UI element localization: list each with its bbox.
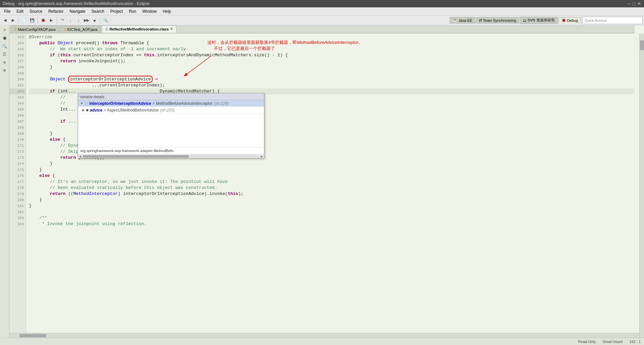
code-line-174: }: [29, 161, 635, 167]
toolbar-btn-step-return[interactable]: ↑: [75, 17, 82, 24]
menu-window[interactable]: Window: [140, 8, 159, 14]
gutter-169: 169: [9, 131, 26, 137]
toolbar-btn-resume[interactable]: ▶▶: [83, 17, 90, 24]
var-icon-1: ◇: [85, 101, 88, 106]
gutter-166: 166: [9, 113, 26, 119]
menu-help[interactable]: Help: [160, 8, 174, 14]
debug-popup-row-2[interactable]: ▶ ■ advice = AspectJMethodBeforeAdvice (…: [78, 107, 264, 114]
quick-access-input[interactable]: Quick Access: [582, 17, 643, 24]
perspective-team-sync[interactable]: ⇄ Team Synchronizing: [476, 17, 519, 23]
scroll-track[interactable]: [83, 155, 260, 158]
toolbar-btn-2[interactable]: ▶: [9, 17, 17, 24]
menu-refactor[interactable]: Refactor: [46, 8, 66, 14]
perspective-debug[interactable]: 🐞 Debug: [558, 17, 581, 23]
editor-area: 153 154 155 156 157 158 159 160 161 162 …: [9, 33, 635, 338]
perspective-java-ee[interactable]: ☕ Java EE: [450, 17, 475, 23]
var-eq-2: = AspectJMethodBeforeAdvice: [104, 108, 159, 113]
code-line-160: Object interceptorOrInterceptionAdvice =: [29, 76, 635, 82]
sidebar-icon-1[interactable]: ≡: [1, 27, 8, 33]
gutter-153: 153: [9, 34, 26, 40]
java-ee-label: Java EE: [459, 18, 472, 22]
code-line-181: }: [29, 203, 635, 209]
var-id-2: (id=205): [160, 108, 175, 113]
menu-project[interactable]: Project: [108, 8, 125, 14]
svn-label: SVN 资源库研究: [528, 18, 555, 23]
toolbar-btn-run[interactable]: ▶: [48, 17, 55, 24]
title-bar: Debug - org.springframework.aop.framewor…: [0, 0, 644, 7]
toolbar-btn-1[interactable]: ◀: [1, 17, 9, 24]
file-tab-reflective[interactable]: C ReflectiveMethodInvocation.class ✕: [102, 25, 176, 33]
gutter-180: 180: [9, 197, 26, 203]
left-sidebar: ≡ ⬟ 🔍 ☰ ⚙ ⊞: [0, 25, 9, 338]
gutter-170: 170: [9, 137, 26, 143]
file-tabs: J MainConfigOfAOP.java J IOCTest_AOP.jav…: [9, 25, 635, 33]
menu-search[interactable]: Search: [89, 8, 107, 14]
sidebar-icon-4[interactable]: ☰: [1, 51, 8, 58]
gutter-183: 183: [9, 215, 26, 221]
menu-edit[interactable]: Edit: [14, 8, 26, 14]
vertical-scrollbar[interactable]: [639, 33, 644, 338]
debug-popup-header: Variable details: [78, 93, 264, 100]
sidebar-icon-2[interactable]: ⬟: [1, 35, 8, 42]
minimize-button[interactable]: −: [628, 1, 630, 6]
maximize-button[interactable]: □: [633, 1, 635, 6]
toolbar-btn-terminate[interactable]: ■: [91, 17, 98, 24]
gutter-168: 168: [9, 125, 26, 131]
gutter-177: 177: [9, 179, 26, 185]
var-icon-2: ■: [86, 108, 89, 113]
code-line-154: public Object proceed() throws Throwable…: [29, 40, 635, 46]
code-line-182: [29, 209, 635, 215]
perspective-svn[interactable]: 🗂 SVN 资源库研究: [520, 17, 558, 24]
gutter-163: 163: [9, 94, 26, 100]
main-config-label: MainConfigOfAOP.java: [18, 27, 55, 31]
popup-h-scrollbar[interactable]: ◀ ▶: [78, 154, 264, 158]
gutter-162: 162: [9, 88, 26, 94]
toolbar-btn-step-into[interactable]: ↓: [67, 17, 74, 24]
status-bar: Read-Only Smart Insert 162 : 1: [0, 338, 644, 345]
gutter-158: 158: [9, 64, 26, 70]
toolbar-btn-new[interactable]: 📄: [20, 17, 28, 24]
close-button[interactable]: ✕: [637, 1, 641, 6]
window-controls[interactable]: − □ ✕: [628, 1, 641, 6]
sidebar-icon-6[interactable]: ⊞: [1, 67, 8, 74]
main-config-icon: J: [14, 27, 16, 31]
window-title: Debug - org.springframework.aop.framewor…: [3, 1, 150, 6]
toolbar-btn-search[interactable]: 🔍: [102, 17, 109, 24]
debug-icon: 🐞: [561, 18, 566, 22]
toolbar-btn-step-over[interactable]: ↷: [59, 17, 66, 24]
gutter-165: 165: [9, 107, 26, 113]
code-line-183: /**: [29, 215, 635, 221]
quick-access-label: Quick Access: [585, 18, 607, 22]
team-sync-label: Team Synchronizing: [483, 18, 516, 22]
status-smart-insert: Smart Insert: [602, 340, 623, 344]
scroll-right-icon[interactable]: ▶: [261, 154, 263, 158]
popup-bottom-text: org.springframework.aop.framework.adapte…: [78, 147, 264, 154]
code-editor[interactable]: @Override public Object proceed() throws…: [26, 33, 635, 338]
gutter-154: 154: [9, 40, 26, 46]
ioctest-label: IOCTest_AOP.java: [67, 27, 98, 31]
scroll-left-icon[interactable]: ◀: [79, 154, 82, 158]
gutter-174: 174: [9, 161, 26, 167]
status-readonly: Read-Only: [578, 340, 596, 344]
menu-run[interactable]: Run: [126, 8, 139, 14]
var-eq-1: = MethodBeforeAdviceInterceptor: [153, 101, 213, 106]
popup-fqn: org.springframework.aop.framework.adapte…: [80, 149, 173, 153]
menu-source[interactable]: Source: [27, 8, 45, 14]
tree-expand-icon-1: ▼: [80, 101, 84, 105]
file-tab-ioctest[interactable]: J IOCTest_AOP.java: [60, 25, 101, 33]
file-tab-main-config[interactable]: J MainConfigOfAOP.java: [11, 25, 59, 33]
debug-popup-row-1[interactable]: ▼ ◇ interceptorOrInterceptionAdvice = Me…: [78, 100, 264, 107]
sidebar-icon-3[interactable]: 🔍: [1, 43, 8, 50]
code-line-175: }: [29, 167, 635, 173]
toolbar-btn-debug[interactable]: 🐞: [40, 17, 47, 24]
sidebar-icon-5[interactable]: ⚙: [1, 59, 8, 66]
horizontal-scrollbar[interactable]: [9, 333, 639, 338]
toolbar-btn-save[interactable]: 💾: [29, 17, 36, 24]
menu-file[interactable]: File: [1, 8, 13, 14]
menu-navigate[interactable]: Navigate: [67, 8, 88, 14]
gutter-157: 157: [9, 58, 26, 64]
gutter-175: 175: [9, 167, 26, 173]
close-tab-icon[interactable]: ✕: [170, 27, 173, 31]
gutter-156: 156: [9, 52, 26, 58]
toolbar-sep-2: [38, 17, 38, 24]
